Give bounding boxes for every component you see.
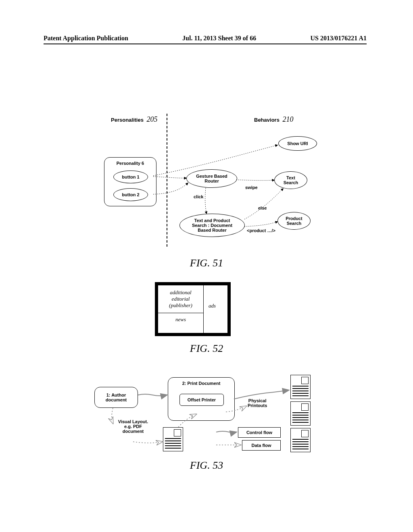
fig52-editorial: additional editorial (publisher) xyxy=(158,285,203,313)
text-search-oval: Text Search xyxy=(274,171,307,189)
button2-oval: button 2 xyxy=(113,188,148,201)
fig51-separator xyxy=(167,114,167,247)
fig52-news: news xyxy=(158,313,203,326)
legend-data-flow: Data flow xyxy=(242,440,281,451)
edge-swipe-label: swipe xyxy=(245,185,258,190)
author-document-box: 1: Author document xyxy=(94,387,138,408)
fig52-caption: FIG. 52 xyxy=(0,343,413,355)
fig52-ads: ads xyxy=(203,285,221,326)
mini-page-icon xyxy=(290,375,311,399)
product-search-oval: Product Search xyxy=(277,212,311,230)
personality6-box: Personality 6 button 1 button 2 xyxy=(104,157,156,206)
legend-control-flow: Control flow xyxy=(238,427,281,438)
page-header: Patent Application Publication Jul. 11, … xyxy=(44,35,367,42)
header-center: Jul. 11, 2013 Sheet 39 of 66 xyxy=(182,35,256,42)
print-document-box: 2: Print Document Offset Printer xyxy=(168,377,235,421)
show-uri-oval: Show URI xyxy=(278,136,317,151)
visual-layout-label: Visual Layout. e.g. PDF document xyxy=(109,419,157,434)
offset-printer-box: Offset Printer xyxy=(179,394,224,406)
personalities-label: Personalities 205 xyxy=(111,115,158,124)
edge-click-label: click xyxy=(194,194,203,199)
mini-page-icon xyxy=(290,428,311,452)
text-product-router-oval: Text and Product Search : Document Based… xyxy=(179,214,245,237)
gesture-router-oval: Gesture Based Router xyxy=(186,169,237,188)
header-left: Patent Application Publication xyxy=(44,35,128,42)
mini-page-icon xyxy=(163,427,183,451)
fig51-caption: FIG. 51 xyxy=(0,257,413,269)
button1-oval: button 1 xyxy=(113,170,148,183)
fig52-box: additional editorial (publisher) news ad… xyxy=(155,282,231,336)
print-document-title: 2: Print Document xyxy=(168,381,234,386)
personality6-title: Personality 6 xyxy=(104,161,156,166)
physical-printouts-label: Physical Printouts xyxy=(248,398,267,408)
edge-else-label: else xyxy=(258,206,267,210)
mini-page-icon xyxy=(290,401,311,426)
fig53-caption: FIG. 53 xyxy=(0,459,413,472)
header-right: US 2013/0176221 A1 xyxy=(310,35,367,42)
behaviors-label: Behaviors 210 xyxy=(254,115,294,124)
edge-product-label: <product …/> xyxy=(247,228,275,233)
header-rule xyxy=(44,44,367,44)
